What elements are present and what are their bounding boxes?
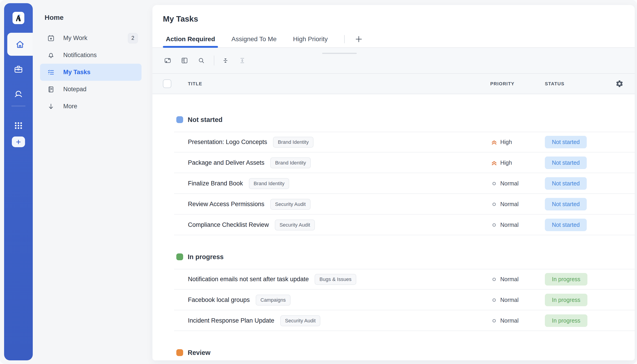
task-tag[interactable]: Security Audit	[280, 315, 320, 326]
group-swatch	[176, 349, 183, 356]
column-header-title[interactable]: TITLE	[188, 81, 490, 86]
rail-item-home[interactable]	[7, 33, 33, 56]
add-tab-button[interactable]	[352, 33, 365, 46]
task-tag[interactable]: Security Audit	[275, 220, 315, 230]
status-badge[interactable]: In progress	[545, 294, 588, 306]
sidebar-item-label: My Work	[63, 34, 87, 42]
group-header[interactable]: Not started	[152, 115, 635, 124]
tab-action-required[interactable]: Action Required	[163, 31, 218, 47]
task-title[interactable]: Presentation: Logo Concepts	[188, 138, 267, 146]
priority-normal-icon	[490, 296, 498, 304]
sidebar-item-more[interactable]: More	[40, 98, 142, 115]
priority-normal-icon	[490, 180, 498, 188]
status-badge[interactable]: Not started	[545, 198, 587, 210]
sidebar: Home My Work 2	[33, 0, 152, 360]
app-logo[interactable]	[12, 12, 24, 24]
task-priority[interactable]: High	[490, 138, 545, 146]
priority-normal-icon	[490, 200, 498, 208]
column-header-status[interactable]: STATUS	[545, 81, 604, 86]
status-badge[interactable]: In progress	[545, 273, 588, 286]
search-button[interactable]	[196, 55, 206, 66]
task-tag[interactable]: Bugs & Issues	[315, 274, 356, 285]
task-row[interactable]: Facebook local groups Campaigns Normal I…	[152, 290, 635, 310]
collapse-all-button[interactable]	[220, 55, 231, 66]
sidebar-item-my-tasks[interactable]: My Tasks	[40, 64, 142, 81]
priority-label: High	[500, 160, 512, 166]
task-list-icon	[47, 68, 55, 76]
task-priority[interactable]: Normal	[490, 200, 545, 208]
sidebar-item-notepad[interactable]: Notepad	[40, 81, 142, 98]
task-row[interactable]: Notification emails not sent after task …	[152, 269, 635, 290]
task-title[interactable]: Finalize Brand Book	[188, 180, 243, 187]
task-tag[interactable]: Campaigns	[256, 294, 290, 306]
task-priority[interactable]: Normal	[490, 317, 545, 325]
task-row[interactable]: Incident Response Plan Update Security A…	[152, 310, 635, 331]
sidebar-item-label: More	[63, 103, 77, 110]
rail-item-apps[interactable]	[4, 120, 33, 131]
group-header[interactable]: In progress	[152, 252, 635, 262]
priority-normal-icon	[490, 317, 498, 325]
task-tag[interactable]: Security Audit	[270, 199, 310, 210]
task-title[interactable]: Facebook local groups	[188, 296, 250, 304]
status-badge[interactable]: Not started	[545, 219, 587, 231]
rail-item-workspace[interactable]	[4, 64, 33, 74]
select-all-checkbox[interactable]	[163, 80, 171, 88]
my-work-count-badge: 2	[128, 33, 138, 44]
task-title[interactable]: Compliance Checklist Review	[188, 221, 269, 228]
rail-item-support[interactable]	[4, 88, 33, 99]
scroll-indicator[interactable]	[322, 53, 357, 54]
status-badge[interactable]: Not started	[545, 136, 587, 148]
task-row[interactable]: Review Access Permissions Security Audit…	[152, 194, 635, 214]
task-tag[interactable]: Brand Identity	[273, 137, 314, 148]
task-priority[interactable]: Normal	[490, 180, 545, 188]
tab-high-priority[interactable]: High Priority	[290, 31, 330, 47]
columns-panel-button[interactable]	[179, 55, 190, 66]
collapse-all-icon	[222, 56, 229, 65]
task-priority[interactable]: Normal	[490, 276, 545, 283]
column-header-priority[interactable]: PRIORITY	[490, 81, 545, 86]
tab-divider	[344, 35, 345, 43]
priority-label: Normal	[500, 180, 519, 187]
rail-divider	[12, 106, 26, 106]
arrow-down-icon	[47, 102, 55, 110]
status-badge[interactable]: In progress	[545, 314, 588, 327]
sidebar-item-notifications[interactable]: Notifications	[40, 47, 142, 64]
task-title[interactable]: Notification emails not sent after task …	[188, 276, 309, 283]
task-title[interactable]: Package and Deliver Assets	[188, 159, 264, 166]
task-tag[interactable]: Brand Identity	[270, 158, 311, 168]
expand-icon	[164, 56, 172, 65]
group-label: Not started	[188, 116, 222, 124]
task-tag[interactable]: Brand Identity	[249, 178, 290, 189]
table-settings-button[interactable]	[604, 80, 635, 88]
tab-assigned-to-me[interactable]: Assigned To Me	[228, 31, 280, 47]
task-priority[interactable]: Normal	[490, 296, 545, 304]
task-list: Not started Presentation: Logo Concepts …	[152, 115, 635, 357]
status-badge[interactable]: Not started	[545, 177, 587, 190]
task-row[interactable]: Package and Deliver Assets Brand Identit…	[152, 152, 635, 173]
task-priority[interactable]: High	[490, 159, 545, 167]
expand-all-icon	[238, 56, 246, 65]
columns-icon	[181, 56, 188, 65]
rail-add-button[interactable]	[12, 136, 25, 147]
expand-all-button[interactable]	[237, 55, 248, 66]
task-title[interactable]: Review Access Permissions	[188, 201, 264, 208]
home-icon	[15, 39, 25, 50]
group-label: Review	[188, 349, 210, 356]
group-header[interactable]: Review	[152, 348, 635, 357]
table-header: TITLE PRIORITY STATUS	[152, 74, 635, 94]
task-title[interactable]: Incident Response Plan Update	[188, 317, 274, 324]
gear-icon	[616, 80, 624, 88]
sidebar-item-label: Notepad	[63, 86, 86, 93]
task-row[interactable]: Finalize Brand Book Brand Identity Norma…	[152, 173, 635, 194]
card-header: My Tasks Action Required Assigned To Me …	[152, 5, 635, 47]
sidebar-item-my-work[interactable]: My Work 2	[40, 30, 142, 47]
task-row[interactable]: Compliance Checklist Review Security Aud…	[152, 214, 635, 235]
task-row[interactable]: Presentation: Logo Concepts Brand Identi…	[152, 132, 635, 152]
notepad-icon	[47, 85, 55, 94]
task-priority[interactable]: Normal	[490, 221, 545, 229]
nav-rail	[4, 3, 33, 360]
status-badge[interactable]: Not started	[545, 156, 587, 169]
app-window: Home My Work 2	[0, 0, 637, 364]
expand-view-button[interactable]	[162, 55, 173, 66]
group-rows: Notification emails not sent after task …	[152, 269, 635, 331]
